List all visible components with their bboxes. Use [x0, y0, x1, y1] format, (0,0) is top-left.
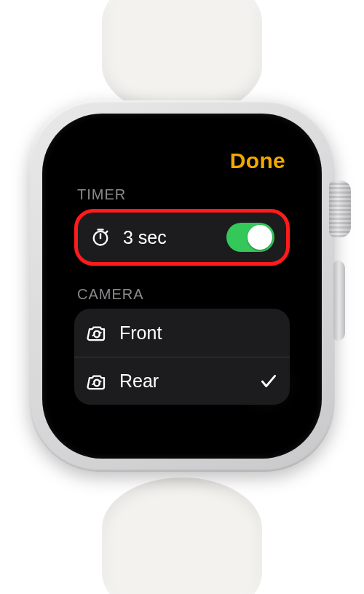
side-button[interactable]: [333, 261, 345, 341]
done-button[interactable]: Done: [230, 148, 285, 173]
watch-screen: Done TIMER 3 sec: [61, 135, 303, 440]
timer-row[interactable]: 3 sec: [78, 213, 286, 262]
toggle-knob: [248, 225, 272, 250]
camera-section-label: CAMERA: [77, 286, 290, 303]
watch-bezel: Done TIMER 3 sec: [42, 114, 322, 459]
settings-content: Done TIMER 3 sec: [61, 135, 303, 440]
timer-row-group: 3 sec: [74, 209, 290, 266]
timer-value-label: 3 sec: [123, 227, 215, 248]
watch-case: Done TIMER 3 sec: [29, 100, 335, 472]
camera-option-rear[interactable]: Rear: [74, 357, 290, 405]
header: Done: [74, 146, 290, 176]
camera-flip-icon: [86, 322, 108, 344]
camera-option-front[interactable]: Front: [74, 309, 290, 357]
watch-band-bottom: [102, 478, 262, 594]
checkmark-icon: [259, 372, 278, 391]
camera-flip-icon: [86, 371, 108, 392]
camera-option-label: Front: [119, 322, 278, 344]
digital-crown[interactable]: [329, 181, 351, 237]
timer-section-label: TIMER: [77, 186, 290, 203]
timer-icon: [90, 226, 111, 248]
watch-band-top: [102, 0, 262, 116]
camera-row-group: Front Rear: [74, 309, 290, 405]
timer-toggle[interactable]: [226, 223, 274, 252]
camera-option-label: Rear: [119, 371, 248, 392]
